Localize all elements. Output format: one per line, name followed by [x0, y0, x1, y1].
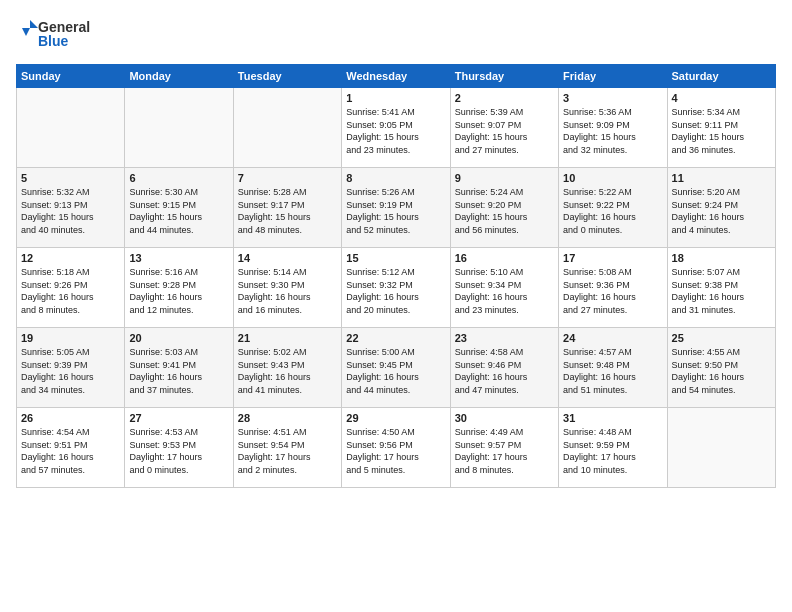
- day-info: Sunrise: 5:41 AM Sunset: 9:05 PM Dayligh…: [346, 106, 445, 156]
- calendar-cell: 14Sunrise: 5:14 AM Sunset: 9:30 PM Dayli…: [233, 248, 341, 328]
- day-info: Sunrise: 4:53 AM Sunset: 9:53 PM Dayligh…: [129, 426, 228, 476]
- day-info: Sunrise: 4:58 AM Sunset: 9:46 PM Dayligh…: [455, 346, 554, 396]
- day-info: Sunrise: 5:36 AM Sunset: 9:09 PM Dayligh…: [563, 106, 662, 156]
- day-info: Sunrise: 5:28 AM Sunset: 9:17 PM Dayligh…: [238, 186, 337, 236]
- day-info: Sunrise: 5:30 AM Sunset: 9:15 PM Dayligh…: [129, 186, 228, 236]
- day-number: 25: [672, 332, 771, 344]
- logo: GeneralBlue: [16, 16, 106, 52]
- day-number: 29: [346, 412, 445, 424]
- calendar-cell: 29Sunrise: 4:50 AM Sunset: 9:56 PM Dayli…: [342, 408, 450, 488]
- day-info: Sunrise: 5:16 AM Sunset: 9:28 PM Dayligh…: [129, 266, 228, 316]
- calendar-cell: 27Sunrise: 4:53 AM Sunset: 9:53 PM Dayli…: [125, 408, 233, 488]
- day-number: 17: [563, 252, 662, 264]
- weekday-header-thursday: Thursday: [450, 65, 558, 88]
- day-info: Sunrise: 5:14 AM Sunset: 9:30 PM Dayligh…: [238, 266, 337, 316]
- day-info: Sunrise: 5:02 AM Sunset: 9:43 PM Dayligh…: [238, 346, 337, 396]
- day-number: 12: [21, 252, 120, 264]
- day-info: Sunrise: 5:39 AM Sunset: 9:07 PM Dayligh…: [455, 106, 554, 156]
- calendar-cell: 16Sunrise: 5:10 AM Sunset: 9:34 PM Dayli…: [450, 248, 558, 328]
- calendar-cell: 13Sunrise: 5:16 AM Sunset: 9:28 PM Dayli…: [125, 248, 233, 328]
- calendar-header: SundayMondayTuesdayWednesdayThursdayFrid…: [17, 65, 776, 88]
- calendar-cell: [17, 88, 125, 168]
- day-number: 3: [563, 92, 662, 104]
- day-number: 16: [455, 252, 554, 264]
- calendar-cell: 22Sunrise: 5:00 AM Sunset: 9:45 PM Dayli…: [342, 328, 450, 408]
- day-number: 4: [672, 92, 771, 104]
- day-info: Sunrise: 5:08 AM Sunset: 9:36 PM Dayligh…: [563, 266, 662, 316]
- day-info: Sunrise: 4:57 AM Sunset: 9:48 PM Dayligh…: [563, 346, 662, 396]
- day-info: Sunrise: 5:03 AM Sunset: 9:41 PM Dayligh…: [129, 346, 228, 396]
- calendar-cell: 7Sunrise: 5:28 AM Sunset: 9:17 PM Daylig…: [233, 168, 341, 248]
- calendar-cell: 26Sunrise: 4:54 AM Sunset: 9:51 PM Dayli…: [17, 408, 125, 488]
- calendar-cell: 8Sunrise: 5:26 AM Sunset: 9:19 PM Daylig…: [342, 168, 450, 248]
- calendar-cell: 12Sunrise: 5:18 AM Sunset: 9:26 PM Dayli…: [17, 248, 125, 328]
- day-number: 5: [21, 172, 120, 184]
- calendar-cell: 5Sunrise: 5:32 AM Sunset: 9:13 PM Daylig…: [17, 168, 125, 248]
- day-number: 2: [455, 92, 554, 104]
- calendar-cell: 1Sunrise: 5:41 AM Sunset: 9:05 PM Daylig…: [342, 88, 450, 168]
- calendar-cell: 18Sunrise: 5:07 AM Sunset: 9:38 PM Dayli…: [667, 248, 775, 328]
- calendar-week-row: 5Sunrise: 5:32 AM Sunset: 9:13 PM Daylig…: [17, 168, 776, 248]
- weekday-header-friday: Friday: [559, 65, 667, 88]
- day-number: 7: [238, 172, 337, 184]
- day-info: Sunrise: 5:10 AM Sunset: 9:34 PM Dayligh…: [455, 266, 554, 316]
- day-number: 8: [346, 172, 445, 184]
- day-number: 30: [455, 412, 554, 424]
- day-info: Sunrise: 5:18 AM Sunset: 9:26 PM Dayligh…: [21, 266, 120, 316]
- calendar-table: SundayMondayTuesdayWednesdayThursdayFrid…: [16, 64, 776, 488]
- day-number: 11: [672, 172, 771, 184]
- calendar-cell: 9Sunrise: 5:24 AM Sunset: 9:20 PM Daylig…: [450, 168, 558, 248]
- page-header: GeneralBlue: [16, 16, 776, 52]
- calendar-body: 1Sunrise: 5:41 AM Sunset: 9:05 PM Daylig…: [17, 88, 776, 488]
- day-number: 19: [21, 332, 120, 344]
- day-number: 10: [563, 172, 662, 184]
- weekday-header-row: SundayMondayTuesdayWednesdayThursdayFrid…: [17, 65, 776, 88]
- calendar-cell: [667, 408, 775, 488]
- day-number: 20: [129, 332, 228, 344]
- svg-marker-2: [22, 20, 38, 36]
- day-info: Sunrise: 4:50 AM Sunset: 9:56 PM Dayligh…: [346, 426, 445, 476]
- day-number: 26: [21, 412, 120, 424]
- day-info: Sunrise: 5:32 AM Sunset: 9:13 PM Dayligh…: [21, 186, 120, 236]
- day-info: Sunrise: 5:12 AM Sunset: 9:32 PM Dayligh…: [346, 266, 445, 316]
- calendar-cell: 19Sunrise: 5:05 AM Sunset: 9:39 PM Dayli…: [17, 328, 125, 408]
- calendar-cell: 20Sunrise: 5:03 AM Sunset: 9:41 PM Dayli…: [125, 328, 233, 408]
- day-number: 9: [455, 172, 554, 184]
- calendar-cell: 25Sunrise: 4:55 AM Sunset: 9:50 PM Dayli…: [667, 328, 775, 408]
- day-info: Sunrise: 4:55 AM Sunset: 9:50 PM Dayligh…: [672, 346, 771, 396]
- weekday-header-sunday: Sunday: [17, 65, 125, 88]
- calendar-cell: 11Sunrise: 5:20 AM Sunset: 9:24 PM Dayli…: [667, 168, 775, 248]
- day-info: Sunrise: 4:49 AM Sunset: 9:57 PM Dayligh…: [455, 426, 554, 476]
- calendar-week-row: 1Sunrise: 5:41 AM Sunset: 9:05 PM Daylig…: [17, 88, 776, 168]
- calendar-cell: 6Sunrise: 5:30 AM Sunset: 9:15 PM Daylig…: [125, 168, 233, 248]
- day-info: Sunrise: 4:51 AM Sunset: 9:54 PM Dayligh…: [238, 426, 337, 476]
- day-info: Sunrise: 5:07 AM Sunset: 9:38 PM Dayligh…: [672, 266, 771, 316]
- calendar-cell: 24Sunrise: 4:57 AM Sunset: 9:48 PM Dayli…: [559, 328, 667, 408]
- calendar-cell: 21Sunrise: 5:02 AM Sunset: 9:43 PM Dayli…: [233, 328, 341, 408]
- svg-text:Blue: Blue: [38, 33, 69, 49]
- weekday-header-tuesday: Tuesday: [233, 65, 341, 88]
- day-number: 31: [563, 412, 662, 424]
- day-info: Sunrise: 5:24 AM Sunset: 9:20 PM Dayligh…: [455, 186, 554, 236]
- calendar-cell: 28Sunrise: 4:51 AM Sunset: 9:54 PM Dayli…: [233, 408, 341, 488]
- calendar-cell: 2Sunrise: 5:39 AM Sunset: 9:07 PM Daylig…: [450, 88, 558, 168]
- day-number: 14: [238, 252, 337, 264]
- day-info: Sunrise: 5:00 AM Sunset: 9:45 PM Dayligh…: [346, 346, 445, 396]
- calendar-cell: [125, 88, 233, 168]
- calendar-cell: 15Sunrise: 5:12 AM Sunset: 9:32 PM Dayli…: [342, 248, 450, 328]
- calendar-cell: 31Sunrise: 4:48 AM Sunset: 9:59 PM Dayli…: [559, 408, 667, 488]
- day-number: 15: [346, 252, 445, 264]
- calendar-cell: 3Sunrise: 5:36 AM Sunset: 9:09 PM Daylig…: [559, 88, 667, 168]
- day-number: 21: [238, 332, 337, 344]
- day-info: Sunrise: 5:34 AM Sunset: 9:11 PM Dayligh…: [672, 106, 771, 156]
- day-number: 22: [346, 332, 445, 344]
- day-number: 6: [129, 172, 228, 184]
- day-number: 18: [672, 252, 771, 264]
- calendar-cell: 23Sunrise: 4:58 AM Sunset: 9:46 PM Dayli…: [450, 328, 558, 408]
- day-number: 27: [129, 412, 228, 424]
- day-number: 23: [455, 332, 554, 344]
- calendar-week-row: 12Sunrise: 5:18 AM Sunset: 9:26 PM Dayli…: [17, 248, 776, 328]
- day-info: Sunrise: 4:54 AM Sunset: 9:51 PM Dayligh…: [21, 426, 120, 476]
- weekday-header-saturday: Saturday: [667, 65, 775, 88]
- day-info: Sunrise: 5:20 AM Sunset: 9:24 PM Dayligh…: [672, 186, 771, 236]
